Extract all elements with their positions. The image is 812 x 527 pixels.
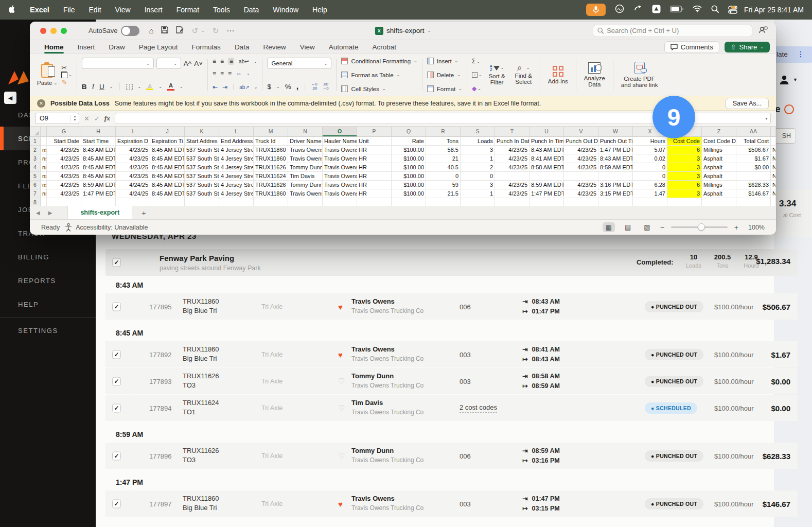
- cell-AA6[interactable]: $628.33: [736, 181, 771, 189]
- column-letter-T[interactable]: T: [495, 127, 529, 137]
- cell-O3[interactable]: Travis Owens: [323, 154, 357, 163]
- row-number-6[interactable]: 6: [30, 181, 41, 189]
- shift-row-177893[interactable]: ✓177893TRUX11626TO3Tri Axle♡Tommy DunnTr…: [105, 368, 798, 394]
- tab-insert[interactable]: Insert: [78, 40, 95, 54]
- italic-button[interactable]: I: [92, 82, 95, 91]
- shortcut-arrow-icon[interactable]: [633, 4, 643, 15]
- menu-format[interactable]: Format: [176, 6, 199, 14]
- cell-W8[interactable]: [598, 198, 633, 206]
- menu-file[interactable]: File: [63, 6, 75, 14]
- cell-sliver[interactable]: ns: [41, 189, 47, 198]
- cell-H4[interactable]: 8:45 AM EDT: [81, 163, 116, 172]
- cell-M6[interactable]: TRUX11626: [254, 181, 288, 189]
- cell-Y7[interactable]: 3: [667, 189, 702, 198]
- heart-filled-icon[interactable]: ♥: [338, 350, 343, 359]
- cell-Z1[interactable]: Cost Code D: [702, 137, 736, 146]
- cell-N6[interactable]: Tommy Dunn: [288, 181, 323, 189]
- shift-row-177896[interactable]: ✓177896TRUX11626TO3Tri Axle♡Tommy DunnTr…: [105, 443, 798, 469]
- cell-X4[interactable]: 0: [633, 163, 667, 172]
- conditional-formatting-button[interactable]: Conditional Formatting⌄: [341, 58, 417, 64]
- cell-P4[interactable]: HR: [357, 163, 392, 172]
- number-format-select[interactable]: General⌄: [267, 58, 331, 69]
- cell-R7[interactable]: 21.5: [426, 189, 461, 198]
- cell-G5[interactable]: 4/23/25: [47, 172, 81, 181]
- cell-Y8[interactable]: [667, 198, 702, 206]
- sort-filter-button[interactable]: AZ⌄ Sort &Filter: [486, 57, 508, 93]
- column-letter-G[interactable]: G: [47, 127, 81, 137]
- row-number-1[interactable]: 1: [30, 137, 41, 146]
- add-sheet-button[interactable]: +: [142, 208, 146, 217]
- cell-I5[interactable]: 4/23/25: [116, 172, 150, 181]
- font-color-button[interactable]: A: [167, 82, 174, 91]
- cell-U6[interactable]: 8:59 AM EDT: [529, 181, 564, 189]
- comma-format-button[interactable]: ,: [296, 82, 298, 91]
- cell-J1[interactable]: Expiration Ti: [150, 137, 185, 146]
- cell-G6[interactable]: 4/23/25: [47, 181, 81, 189]
- cell-T7[interactable]: 4/23/25: [495, 189, 529, 198]
- cell-I7[interactable]: 4/24/25: [116, 189, 150, 198]
- cell-R5[interactable]: 0: [426, 172, 461, 181]
- cell-Z2[interactable]: Millings: [702, 146, 736, 154]
- redo-icon[interactable]: ↻: [213, 26, 219, 36]
- cell-edge[interactable]: [771, 198, 776, 206]
- column-letter-Z[interactable]: Z: [702, 127, 736, 137]
- next-sheet-icon[interactable]: ▶: [48, 210, 52, 216]
- insert-cells-button[interactable]: Insert⌄: [427, 58, 462, 64]
- shift-checkbox[interactable]: ✓: [112, 499, 121, 508]
- decrease-indent-button[interactable]: ⇤: [213, 83, 218, 91]
- zoom-slider[interactable]: [671, 226, 728, 228]
- cell-Z4[interactable]: Asphalt: [702, 163, 736, 172]
- menu-view[interactable]: View: [115, 6, 131, 14]
- cell-Q1[interactable]: Rate: [392, 137, 426, 146]
- select-all-corner[interactable]: [30, 127, 41, 137]
- minimize-window-button[interactable]: [50, 28, 57, 34]
- cell-T4[interactable]: 4/23/25: [495, 163, 529, 172]
- cell-W2[interactable]: 1:47 PM EDT: [598, 146, 633, 154]
- menu-window[interactable]: Window: [273, 6, 298, 14]
- cell-V7[interactable]: 4/23/25: [564, 189, 598, 198]
- cell-L4[interactable]: 4 Jersey Stre: [219, 163, 254, 172]
- cell-L7[interactable]: 4 Jersey Stre: [219, 189, 254, 198]
- cell-N3[interactable]: Travis Owens: [288, 154, 323, 163]
- heart-filled-icon[interactable]: ♥: [338, 302, 343, 311]
- tab-acrobat[interactable]: Acrobat: [373, 40, 397, 54]
- cell-L2[interactable]: 4 Jersey Stre: [219, 146, 254, 154]
- cell-S7[interactable]: 1: [461, 189, 495, 198]
- cell-Y5[interactable]: 3: [667, 172, 702, 181]
- cell-O4[interactable]: Travis Owens: [323, 163, 357, 172]
- cell-T5[interactable]: [495, 172, 529, 181]
- tab-page-layout[interactable]: Page Layout: [139, 40, 178, 54]
- cell-edge[interactable]: [771, 137, 776, 146]
- name-box-spinner[interactable]: ▲▼: [70, 115, 79, 122]
- menu-app-excel[interactable]: Excel: [30, 6, 49, 14]
- column-letter-O[interactable]: O: [323, 127, 357, 137]
- normal-view-button[interactable]: ▦: [603, 222, 615, 232]
- cell-J8[interactable]: [150, 198, 185, 206]
- zoom-in-button[interactable]: +: [734, 223, 738, 232]
- heart-outline-icon[interactable]: ♡: [338, 403, 345, 413]
- cell-AA4[interactable]: $0.00: [736, 163, 771, 172]
- search-field[interactable]: [593, 25, 752, 37]
- increase-decimal-button[interactable]: .00→0: [323, 82, 329, 91]
- column-letter-Q[interactable]: Q: [392, 127, 426, 137]
- cell-K6[interactable]: 537 South Str: [185, 181, 219, 189]
- cell-T2[interactable]: 4/23/25: [495, 146, 529, 154]
- cell-X5[interactable]: 0: [633, 172, 667, 181]
- cell-I8[interactable]: [116, 198, 150, 206]
- cell-X2[interactable]: 5.07: [633, 146, 667, 154]
- save-as-icon[interactable]: [176, 26, 184, 35]
- cell-M7[interactable]: TRUX11860: [254, 189, 288, 198]
- font-name-select[interactable]: ⌄: [82, 58, 154, 69]
- cell-M2[interactable]: TRUX11860: [254, 146, 288, 154]
- column-letter-P[interactable]: P: [357, 127, 392, 137]
- column-letter-U[interactable]: U: [529, 127, 564, 137]
- cell-H7[interactable]: 1:47 PM EDT: [81, 189, 116, 198]
- cell-styles-button[interactable]: Cell Styles⌄: [341, 85, 417, 92]
- cut-button[interactable]: ✂: [61, 64, 72, 72]
- cell-edge[interactable]: N: [771, 189, 776, 198]
- name-box[interactable]: O9 ▲▼: [35, 113, 79, 124]
- shift-row-177895[interactable]: ✓177895TRUX11860Big Blue TriTri Axle♥Tra…: [105, 293, 798, 320]
- sidebar-item-reports[interactable]: REPORTS: [0, 269, 96, 292]
- sheet-tab-shifts-export[interactable]: shifts-export: [67, 206, 132, 219]
- cell-Y4[interactable]: 3: [667, 163, 702, 172]
